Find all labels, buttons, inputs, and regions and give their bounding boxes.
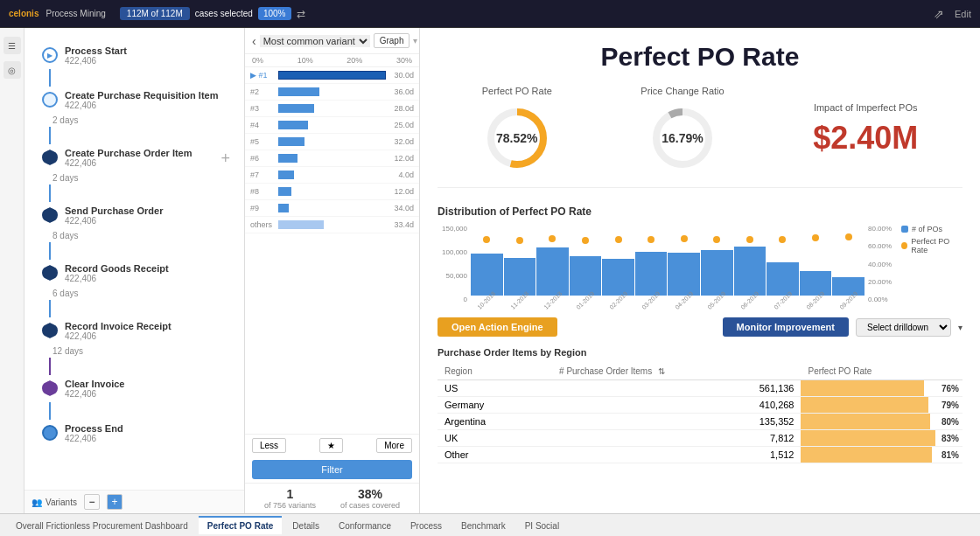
rate-bar-wrapper: 80% [801,414,962,429]
favorite-btn[interactable]: ★ [319,438,343,453]
variant-graph-btn[interactable]: Graph [374,33,410,48]
variant-row[interactable]: #7 4.0d [245,167,419,184]
sort-icon[interactable]: ⇅ [658,366,665,376]
compare-icon[interactable]: ⇄ [297,8,305,20]
variants-bottom-bar: 👥 Variants − + [24,490,244,513]
clear-node-count: 422,406 [65,389,124,399]
monitor-improvement-button[interactable]: Monitor Improvement [723,317,849,337]
y-right-4: 0.00% [868,296,898,303]
variant-row[interactable]: #3 28.0d [245,101,419,117]
y-axis-left: 150,000 100,000 50,000 0 [438,225,471,303]
rate-bar-wrapper: 81% [801,447,962,463]
connector-4 [49,242,51,260]
table-cell-region: Germany [438,397,552,414]
chart-bar-wrap: 06-2019 [734,236,766,303]
list-icon[interactable]: ☰ [4,37,21,54]
chart-dot [845,233,852,240]
connector-2 [49,127,51,144]
distribution-section: Distribution of Perfect PO Rate 150,000 … [438,205,962,303]
bottom-tab[interactable]: Details [284,516,328,534]
process-node-start: ▶ Process Start 422,406 [32,42,237,69]
rate-text: 80% [942,417,959,427]
variant-dropdown[interactable]: Most common variant [260,35,370,47]
metric-price-change-label: Price Change Ratio [640,86,724,96]
legend-bar-label: # of POs [912,225,942,233]
bottom-tab[interactable]: PI Social [516,516,568,534]
variant-row[interactable]: #5 32.0d [245,134,419,150]
bottom-tab[interactable]: Conformance [330,516,400,534]
variant-bar-container [278,102,386,115]
y-right-1: 60.00% [868,242,898,250]
variants-plus-btn[interactable]: + [107,494,122,510]
share-icon[interactable]: ⇗ [934,7,944,21]
filter-apply-btn[interactable]: Filter [252,460,412,479]
table-row: Germany 410,268 79% [438,397,962,414]
bottom-tab[interactable]: Process [402,516,451,534]
chart-dot [812,234,819,241]
distribution-chart-wrapper: 150,000 100,000 50,000 0 10-2018 11-2018… [438,225,962,303]
chart-bar-wrap: 05-2019 [701,236,733,303]
bottom-tab[interactable]: Overall Frictionless Procurement Dashboa… [7,516,197,534]
process-node-end: Process End 422,406 [32,420,237,447]
edit-button[interactable]: Edit [955,9,971,19]
chart-bar-wrap: 03-2019 [635,236,668,303]
variant-row[interactable]: #4 25.0d [245,117,419,134]
variant-prev-btn[interactable]: ‹ [252,34,256,48]
bottom-tab[interactable]: Perfect PO Rate [199,516,283,534]
variant-coverage-label: of cases covered [340,501,400,510]
chart-bar-wrap: 02-2019 [602,236,634,303]
variant-row-num: #4 [250,121,275,129]
clear-node-icon [42,380,58,396]
filter-icon[interactable]: ◎ [4,61,21,79]
y-right-0: 80.00% [868,225,898,233]
variant-scale: 0% 10% 20% 30% [245,54,419,67]
rate-bar [801,447,931,463]
variant-row[interactable]: #2 36.0d [245,84,419,101]
app-title: Process Mining [46,9,105,18]
variant-bar-container [278,119,386,131]
more-btn[interactable]: More [376,438,412,453]
process-node-po: Create Purchase Order Item 422,406 + [32,144,237,171]
variant-footer-btns: Less ★ More [245,434,419,456]
variant-row[interactable]: ▶ #1 30.0d [245,67,419,84]
drilldown-select[interactable]: Select drilldown [856,318,951,337]
days-label-5: 12 days [42,345,237,358]
legend-bar-color [901,226,908,233]
variant-val: 4.0d [389,171,414,179]
chart-bar [734,247,766,296]
metric-impact-label: Impact of Imperfect POs [813,102,918,113]
rate-bar-wrapper: 83% [801,430,962,446]
metric-price-change: Price Change Ratio 16.79% [640,86,724,173]
start-node-count: 422,406 [65,56,127,66]
variant-row[interactable]: #9 34.0d [245,200,419,217]
chart-dot [516,237,523,244]
variant-bar-container [278,202,386,214]
table-cell-count: 410,268 [552,397,801,414]
filter-count-badge[interactable]: 112M of 112M [120,7,190,20]
price-change-value: 16.79% [662,131,703,145]
variant-val: 32.0d [389,137,414,146]
start-node-label: Process Start [65,45,127,56]
bottom-tab[interactable]: Benchmark [452,516,514,534]
variant-bar [278,154,298,163]
table-row: Other 1,512 81% [438,447,962,463]
variant-row[interactable]: #6 12.0d [245,150,419,167]
chart-bar [602,259,634,296]
variants-minus-btn[interactable]: − [84,494,100,510]
variants-button[interactable]: 👥 Variants [32,498,77,507]
percentage-badge: 100% [258,7,291,20]
variant-row-num: others [250,220,275,229]
chart-bar [766,262,799,296]
chart-bar-wrap: 11-2018 [504,237,536,303]
open-action-engine-button[interactable]: Open Action Engine [438,317,557,337]
action-buttons-row: Open Action Engine Monitor Improvement S… [438,317,962,337]
variant-row[interactable]: #8 12.0d [245,184,419,200]
variant-row[interactable]: others 33.4d [245,217,419,233]
chart-dot [746,236,753,243]
add-step-icon[interactable]: + [220,149,230,167]
table-cell-rate: 79% [801,397,962,414]
data-table: Region # Purchase Order Items ⇅ Perfect … [438,363,962,463]
invoice-node-count: 422,406 [65,331,172,341]
variant-count-label: of 756 variants [264,501,316,510]
less-btn[interactable]: Less [252,438,286,453]
